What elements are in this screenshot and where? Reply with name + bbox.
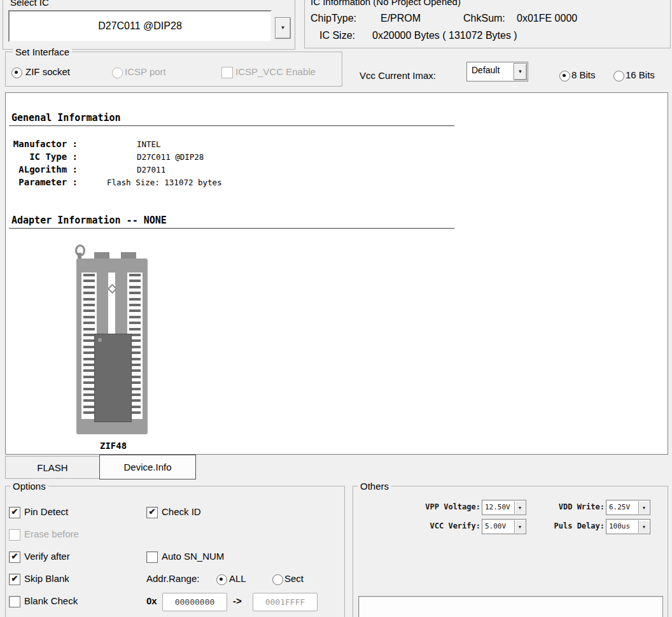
blank-check-checkbox[interactable]: ✔ [9,596,20,607]
info-row-value: Flash Size: 131072 bytes [107,178,222,187]
ic-select-combo[interactable]: D27C011 @DIP28 [8,10,272,42]
vpp-voltage-label: VPP Voltage: [410,502,480,511]
puls-delay-value: 100us [609,522,630,530]
auto-sn-num-label: Auto SN_NUM [162,551,224,562]
pin-detect-label: Pin Detect [24,506,68,517]
vcc-current-value: Default [472,65,500,75]
bits16-radio[interactable] [613,71,624,82]
chksum-value: 0x01FE 0000 [517,13,577,24]
vcc-verify-value: 5.00V [485,522,506,530]
puls-delay-label: Puls Delay: [535,521,605,530]
vcc-verify-combo[interactable]: 5.00V ▼ [482,519,526,534]
vdd-write-dropdown-button[interactable]: ▼ [638,501,649,514]
vdd-write-value: 6.25V [609,503,630,511]
socket-caption: ZIF48 [100,441,127,451]
info-row-label: ALgorithm : [11,164,78,174]
addr-to-input[interactable] [253,593,318,611]
erase-before-label: Erase before [24,528,79,539]
addr-from-input[interactable] [162,593,227,611]
icsp-vcc-checkbox: ✔ [221,67,233,78]
vcc-current-combo[interactable]: Default ▼ [466,62,528,82]
pin-detect-checkbox[interactable]: ✔ [9,507,20,518]
icsp-port-radio [112,67,123,78]
zif-socket-radio[interactable] [11,67,22,78]
general-info-title: Genenal Information [11,112,121,124]
addr-range-sect-label: Sect [284,573,304,584]
inserted-chip-graphic [94,334,132,422]
ic-information-group-label: IC Information (No Project Opened) [308,0,463,7]
programmer-app-window: Select IC D27C011 @DIP28 ▼ IC Informatio… [0,0,672,617]
icsize-value: 0x20000 Bytes ( 131072 Bytes ) [372,30,517,41]
vcc-verify-label: VCC Verify: [410,521,480,530]
icsp-port-radio-label: ICSP port [125,66,166,77]
others-group-label: Others [358,481,391,492]
vpp-voltage-value: 12.50V [485,503,510,511]
vcc-current-dropdown-button[interactable]: ▼ [514,63,527,80]
set-interface-group-label: Set Interface [13,46,72,57]
tab-flash-label: FLASH [37,462,67,473]
chevron-down-icon: ▼ [518,69,523,74]
verify-after-checkbox[interactable]: ✔ [9,551,20,563]
zif-socket-radio-label: ZIF socket [25,66,70,77]
chiptype-value: E/PROM [381,13,421,24]
icsize-label: IC Size: [319,30,355,41]
info-row-label: Parameter : [11,177,78,187]
info-row-label: IC Type : [11,152,78,162]
info-row-label: Manufactor : [11,139,78,149]
chksum-label: ChkSum: [463,13,505,24]
addr-range-all-radio[interactable] [216,574,227,585]
verify-after-label: Verify after [24,551,70,562]
skip-blank-label: Skip Blank [24,573,69,584]
vcc-current-label: Vcc Current Imax: [360,70,436,81]
addr-range-sect-radio[interactable] [272,574,283,585]
hex-prefix-label: 0x [146,595,157,606]
addr-range-all-label: ALL [229,573,246,584]
vpp-voltage-dropdown-button[interactable]: ▼ [514,501,525,514]
chevron-down-icon: ▼ [281,25,286,31]
bits8-radio-label: 8 Bits [571,69,596,80]
adapter-info-underline [9,228,454,229]
chiptype-label: ChipType: [311,13,356,24]
chip-pin1-dot [98,338,102,342]
chevron-down-icon: ▼ [518,525,522,529]
chevron-down-icon: ▼ [642,506,647,510]
icsp-vcc-checkbox-label: ICSP_VCC Enable [235,66,316,77]
info-row-value: INTEL [137,139,161,149]
erase-before-checkbox: ✔ [9,529,20,541]
puls-delay-combo[interactable]: 100us ▼ [606,519,650,534]
zif-socket-graphic [74,245,149,443]
chevron-down-icon: ▼ [518,506,522,510]
blank-check-label: Blank Check [24,595,78,606]
general-info-underline [9,125,454,126]
select-ic-group-label: Select IC [8,0,52,8]
chevron-down-icon: ▼ [642,525,647,529]
vdd-write-label: VDD Write: [535,502,605,511]
tab-device-info[interactable]: Device.Info [99,455,196,479]
vcc-verify-dropdown-button[interactable]: ▼ [514,520,525,533]
adapter-info-title: Adapter Information -- NONE [11,215,167,226]
tab-flash[interactable]: FLASH [5,456,100,479]
check-id-label: Check ID [162,506,201,517]
vdd-write-combo[interactable]: 6.25V ▼ [606,500,650,515]
tab-device-info-label: Device.Info [123,462,171,472]
puls-delay-dropdown-button[interactable]: ▼ [638,520,649,533]
info-row-value: D27011 [137,165,165,174]
auto-sn-num-checkbox[interactable]: ✔ [146,551,158,563]
range-arrow-label: -> [233,595,242,606]
ic-select-dropdown-button[interactable]: ▼ [275,17,291,39]
info-row-value: D27C011 @DIP28 [137,152,204,162]
addr-range-label: Addr.Range: [146,573,199,584]
bits8-radio[interactable] [559,71,570,82]
bits16-radio-label: 16 Bits [626,69,655,80]
skip-blank-checkbox[interactable]: ✔ [9,574,20,585]
ic-select-value: D27C011 @DIP28 [98,20,182,32]
others-log-box [358,596,663,617]
options-group-label: Options [10,481,48,492]
vpp-voltage-combo[interactable]: 12.50V ▼ [482,500,526,515]
check-id-checkbox[interactable]: ✔ [146,507,158,518]
